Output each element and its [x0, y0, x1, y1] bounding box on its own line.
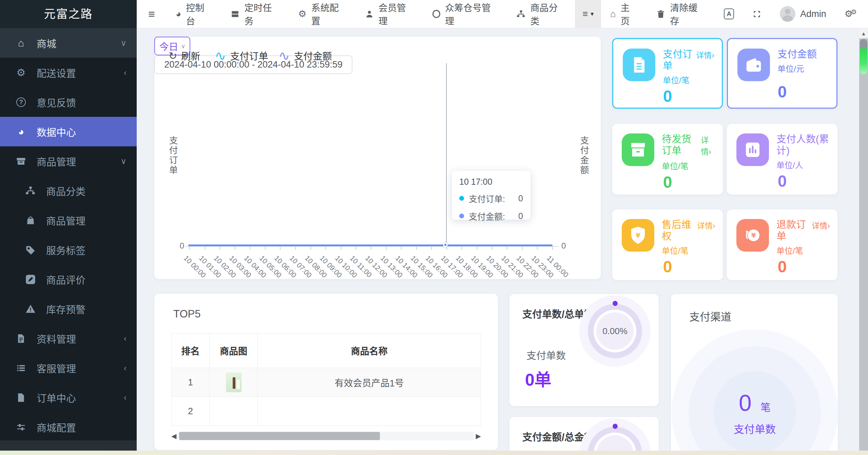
vertical-scrollbar[interactable]: ▲ [859, 28, 868, 455]
sidebar-item-mall[interactable]: ⌂ 商城 ∨ [0, 28, 137, 58]
nav-item-console[interactable]: ◕ 控制台 [167, 0, 221, 28]
chevron-left-icon: ‹ [124, 363, 127, 373]
scroll-right-icon[interactable]: ▶ [476, 432, 481, 440]
detail-link[interactable]: 详情› [701, 134, 715, 158]
table-row[interactable]: 1 有效会员产品1号 [172, 368, 481, 397]
nav-item-product-category[interactable]: 商品分类 [507, 0, 575, 28]
y-axis-min-left: 0 [174, 241, 184, 251]
file-icon [14, 393, 28, 403]
nav-item-label: 商品分类 [531, 1, 566, 27]
bar-chart-icon [736, 133, 769, 166]
tooltip-series-value: 0 [518, 211, 523, 221]
sliders-icon [14, 422, 28, 432]
pay-count-ratio-card: 支付单数/总单数 0.00% 支付单数 0单 [509, 294, 659, 406]
stat-card-value: 0 [727, 257, 837, 276]
top-navbar: ≡ ◕ 控制台 定时任务 ⚙ 系统配置 会员管理 众筹仓号管理 商品分类 ≡ ▾ [137, 0, 868, 28]
scrollbar-track[interactable] [178, 432, 474, 440]
sidebar-item-customer-service[interactable]: 客服管理 ‹ [0, 353, 137, 383]
nav-translate-button[interactable]: A [715, 0, 743, 28]
chevron-left-icon: ‹ [124, 334, 127, 343]
x-axis-line [185, 246, 559, 247]
chart-tooltip: 10 17:00 支付订单: 0 支付金额: 0 [452, 171, 531, 220]
nav-item-scheduled-tasks[interactable]: 定时任务 [221, 0, 289, 28]
stat-card-value: 0 [612, 173, 723, 192]
sidebar-item-feedback[interactable]: ? 意见反馈 [0, 87, 137, 117]
bottom-scrollbar[interactable] [0, 451, 868, 455]
sidebar-item-product-category[interactable]: 商品分类 [0, 176, 137, 205]
gauge-dot-icon [613, 424, 618, 429]
x-tick [416, 247, 417, 250]
highlighted-data-point [443, 242, 448, 247]
sidebar-item-stock-warning[interactable]: 库存预警 [0, 294, 137, 324]
scroll-left-icon[interactable]: ◀ [171, 432, 176, 440]
sidebar-item-product-admin[interactable]: 商品管理 [0, 205, 137, 235]
nav-item-homepage[interactable]: ⌂ 主页 [601, 0, 647, 28]
table-horizontal-scrollbar[interactable]: ◀ ▶ [171, 431, 481, 441]
scrollbar-thumb[interactable] [860, 39, 867, 74]
sidebar-item-data-center[interactable]: ◕ 数据中心 [0, 117, 137, 146]
scroll-up-icon[interactable]: ▲ [859, 28, 868, 38]
x-tick [205, 247, 205, 250]
nav-menu-dropdown[interactable]: ≡ ▾ [575, 0, 601, 28]
gauge-label: 支付单数 [526, 348, 566, 362]
stat-card-value: 0 [727, 172, 837, 190]
sidebar-item-label: 意见反馈 [37, 95, 76, 109]
detail-link[interactable]: 详情› [697, 220, 715, 232]
chevron-down-icon: ∨ [120, 38, 127, 48]
sidebar-item-product-management[interactable]: 商品管理 ∨ [0, 146, 137, 176]
home-icon: ⌂ [14, 37, 28, 49]
top5-card: TOP5 排名 商品图 商品名称 1 有效会员产品1号 2 ◀ ▶ [154, 294, 498, 450]
app-logo: 元富之路 [0, 0, 137, 28]
nav-settings-button[interactable]: ⚙⚙ [835, 0, 868, 28]
nav-item-label: 定时任务 [244, 1, 280, 27]
gear-icon: ⚙ [298, 8, 306, 19]
shield-yuan-icon: ¥ [622, 219, 654, 252]
sidebar-footer [0, 440, 137, 451]
shopping-bag-icon [23, 215, 38, 225]
sidebar-item-label: 数据中心 [37, 125, 76, 139]
x-tick [477, 247, 477, 250]
sidebar-item-delivery-settings[interactable]: ⚙ 配送设置 ‹ [0, 58, 137, 87]
channel-title: 支付渠道 [671, 294, 838, 324]
nav-fullscreen-button[interactable] [743, 0, 771, 28]
sidebar-item-label: 库存预警 [46, 302, 85, 316]
x-tick [371, 247, 371, 250]
channel-value: 0 [739, 389, 752, 416]
pay-amount-ratio-card: 支付金额/总金额 [509, 417, 659, 455]
x-tick [265, 247, 266, 250]
gauge-percent: 0.00% [596, 312, 634, 350]
x-tick [341, 247, 341, 250]
cell-image [210, 368, 258, 397]
stat-card-unit: 单位/笔 [663, 74, 714, 86]
nav-item-system-config[interactable]: ⚙ 系统配置 [289, 0, 355, 28]
table-row[interactable]: 2 [172, 397, 481, 426]
svg-text:¥: ¥ [751, 231, 756, 239]
nav-item-clear-cache[interactable]: 清除缓存 [647, 0, 715, 28]
wallet-icon [737, 49, 770, 81]
hamburger-icon[interactable]: ≡ [137, 0, 167, 28]
avatar [780, 6, 795, 22]
sidebar-item-mall-config[interactable]: 商城配置 [0, 412, 137, 442]
gears-icon: ⚙⚙ [845, 8, 859, 19]
nav-item-label: 众筹仓号管理 [445, 1, 498, 27]
nav-item-member-management[interactable]: 会员管理 [356, 0, 423, 28]
nav-item-crowdfunding[interactable]: 众筹仓号管理 [423, 0, 508, 28]
tooltip-row: 支付订单: 0 [459, 192, 523, 204]
scrollbar-thumb[interactable] [179, 432, 380, 440]
sidebar-item-order-center[interactable]: 订单中心 ‹ [0, 383, 137, 412]
x-tick [461, 247, 462, 250]
sidebar-item-product-reviews[interactable]: 商品评价 [0, 265, 137, 294]
sidebar-item-label: 商城配置 [37, 420, 76, 434]
detail-link[interactable]: 详情› [812, 220, 830, 232]
nav-user-menu[interactable]: Admin [771, 0, 835, 28]
sidebar-item-service-tags[interactable]: 服务标签 [0, 235, 137, 265]
sidebar-item-material-management[interactable]: 资料管理 ‹ [0, 324, 137, 353]
stat-card-unit: 单位/笔 [662, 160, 715, 171]
stat-card-title: 售后维权 [662, 219, 697, 242]
x-tick [446, 247, 447, 250]
x-tick [189, 247, 190, 250]
detail-link[interactable]: 详情› [696, 50, 714, 61]
x-tick [552, 247, 553, 250]
gauge-dot-icon [613, 301, 618, 306]
pencil-square-icon [23, 274, 38, 285]
